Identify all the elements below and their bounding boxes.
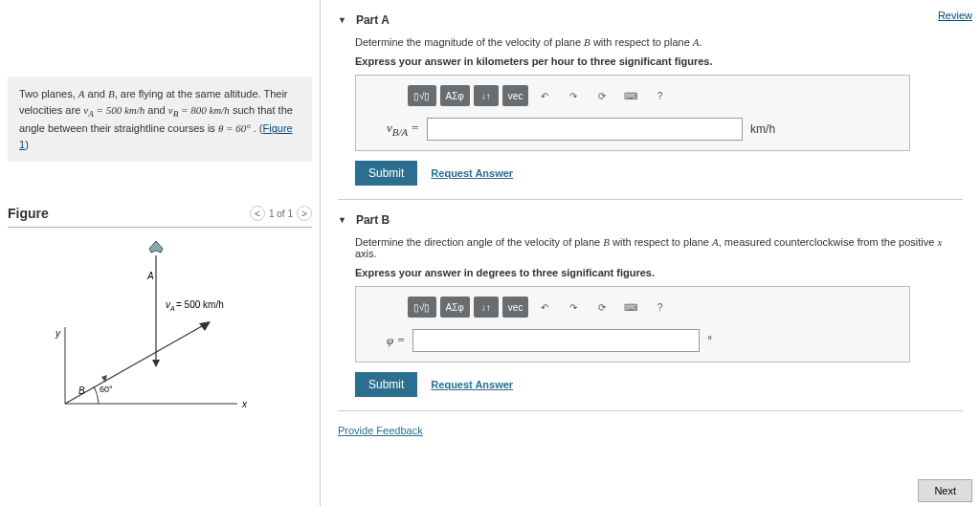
symbols-button[interactable]: ΑΣφ <box>440 297 470 318</box>
subscript-button[interactable]: ↓↑ <box>474 85 499 106</box>
help-button[interactable]: ? <box>647 297 672 318</box>
var-A: A <box>78 88 85 99</box>
part-b-unit: ° <box>707 334 712 347</box>
left-panel: Two planes, A and B, are flying at the s… <box>0 0 321 506</box>
help-button[interactable]: ? <box>647 85 672 106</box>
symbols-button[interactable]: ΑΣφ <box>440 85 470 106</box>
redo-button[interactable]: ↷ <box>561 85 586 106</box>
svg-text:B: B <box>78 385 85 396</box>
svg-text:A: A <box>146 271 154 281</box>
reset-button[interactable]: ⟳ <box>590 297 614 318</box>
part-b-title: Part B <box>356 213 390 227</box>
part-a-instructions: Express your answer in kilometers per ho… <box>355 55 963 67</box>
divider <box>338 199 963 200</box>
svg-text:A: A <box>169 305 175 312</box>
part-b-prompt: Determine the direction angle of the vel… <box>355 236 963 259</box>
theta-value: θ = 60° <box>218 122 251 134</box>
part-b-variable: φ = <box>387 333 405 348</box>
collapse-caret-icon[interactable]: ▼ <box>338 15 346 25</box>
part-a-title: Part A <box>356 13 390 27</box>
svg-text:= 500 km/h: = 500 km/h <box>176 299 224 310</box>
svg-line-6 <box>65 322 209 404</box>
vA-value: vA = 500 km/h <box>83 104 145 116</box>
svg-text:y: y <box>55 328 61 339</box>
part-b-input[interactable] <box>412 329 700 352</box>
subscript-button[interactable]: ↓↑ <box>474 297 499 318</box>
svg-text:60°: 60° <box>100 385 113 394</box>
part-a: ▼ Part A Determine the magnitude of the … <box>338 8 963 186</box>
collapse-caret-icon[interactable]: ▼ <box>338 215 346 225</box>
figure-diagram: x y 60° A B v A = 500 km/h <box>8 228 312 434</box>
part-a-prompt: Determine the magnitude of the velocity … <box>355 36 963 48</box>
vector-button[interactable]: vec <box>502 85 529 106</box>
part-b-instructions: Express your answer in degrees to three … <box>355 267 963 278</box>
provide-feedback-link[interactable]: Provide Feedback <box>338 425 423 436</box>
reset-button[interactable]: ⟳ <box>590 85 614 106</box>
redo-button[interactable]: ↷ <box>561 297 586 318</box>
review-link[interactable]: Review <box>938 10 972 21</box>
undo-button[interactable]: ↶ <box>532 85 557 106</box>
part-b-request-answer[interactable]: Request Answer <box>431 379 513 390</box>
part-b-submit-button[interactable]: Submit <box>355 372 417 397</box>
equation-toolbar: ▯√▯ ΑΣφ ↓↑ vec ↶ ↷ ⟳ ⌨ ? <box>408 85 896 106</box>
part-a-request-answer[interactable]: Request Answer <box>431 167 513 179</box>
equation-toolbar: ▯√▯ ΑΣφ ↓↑ vec ↶ ↷ ⟳ ⌨ ? <box>408 297 896 318</box>
part-b-answer-box: ▯√▯ ΑΣφ ↓↑ vec ↶ ↷ ⟳ ⌨ ? φ = ° <box>355 286 910 363</box>
keyboard-button[interactable]: ⌨ <box>618 297 643 318</box>
part-a-answer-box: ▯√▯ ΑΣφ ↓↑ vec ↶ ↷ ⟳ ⌨ ? vB/A = km/h <box>355 75 910 151</box>
part-a-variable: vB/A = <box>387 121 419 138</box>
part-a-submit-button[interactable]: Submit <box>355 161 417 186</box>
keyboard-button[interactable]: ⌨ <box>618 85 643 106</box>
figure-counter: 1 of 1 <box>269 209 293 219</box>
figure-prev-button[interactable]: < <box>250 206 265 221</box>
divider <box>338 410 963 411</box>
next-button[interactable]: Next <box>918 479 972 502</box>
templates-button[interactable]: ▯√▯ <box>408 85 436 106</box>
part-a-unit: km/h <box>750 122 775 136</box>
right-panel: Review ▼ Part A Determine the magnitude … <box>321 0 980 506</box>
figure-heading: Figure <box>8 206 49 221</box>
svg-text:x: x <box>241 399 248 409</box>
undo-button[interactable]: ↶ <box>532 297 557 318</box>
svg-marker-5 <box>152 360 160 367</box>
figure-next-button[interactable]: > <box>297 206 312 221</box>
text: Two planes, <box>19 88 78 99</box>
part-a-input[interactable] <box>427 118 743 141</box>
templates-button[interactable]: ▯√▯ <box>408 297 436 318</box>
problem-statement: Two planes, A and B, are flying at the s… <box>8 77 312 162</box>
var-B: B <box>108 88 115 99</box>
figure-nav: < 1 of 1 > <box>250 206 312 221</box>
figure-section: Figure < 1 of 1 > x y <box>8 200 312 434</box>
part-b: ▼ Part B Determine the direction angle o… <box>338 208 963 397</box>
vB-value: vB = 800 km/h <box>168 104 230 116</box>
vector-button[interactable]: vec <box>502 297 529 318</box>
